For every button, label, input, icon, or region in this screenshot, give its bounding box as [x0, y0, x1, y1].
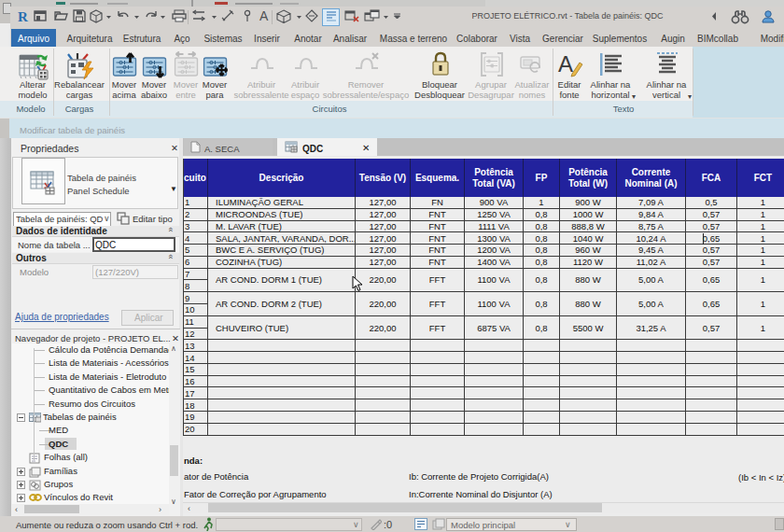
- svg-text:R: R: [18, 9, 28, 24]
- svg-text:A: A: [558, 51, 573, 77]
- svg-text:A: A: [259, 9, 269, 22]
